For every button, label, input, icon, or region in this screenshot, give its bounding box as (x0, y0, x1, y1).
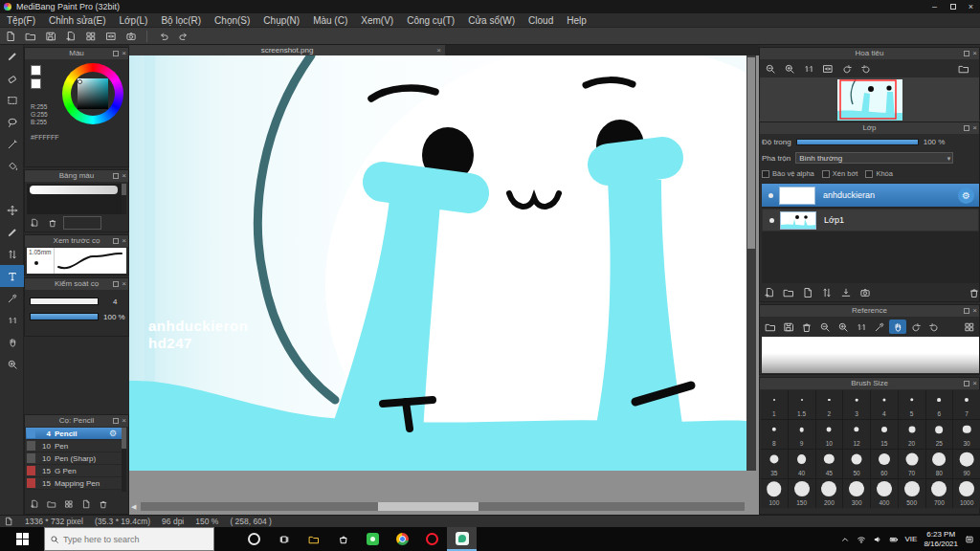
menu-item-1[interactable]: Chỉnh sửa(E) (42, 13, 113, 28)
color-saturation-square[interactable] (78, 78, 108, 109)
brush-size-400[interactable]: 400 (871, 479, 898, 508)
add-brush-icon[interactable] (27, 497, 42, 511)
palette-gradient-icon[interactable] (63, 216, 101, 230)
search-input[interactable] (63, 535, 197, 544)
undo-button[interactable] (153, 29, 173, 44)
chrome-button[interactable] (388, 527, 417, 551)
menu-item-0[interactable]: Tệp(F) (0, 13, 42, 28)
network-icon[interactable] (857, 535, 866, 544)
opera-button[interactable] (417, 527, 447, 551)
brush-size-70[interactable]: 70 (899, 450, 925, 478)
layer-row-lop1[interactable]: Lớp1 (762, 209, 979, 231)
brush-size-15[interactable]: 15 (871, 420, 898, 449)
delete-swatch-icon[interactable] (45, 216, 60, 230)
reset-view-icon[interactable] (955, 61, 972, 76)
merge-layer-icon[interactable] (838, 286, 854, 299)
redo-button[interactable] (173, 29, 193, 44)
minimize-button[interactable]: – (925, 0, 944, 13)
close-icon[interactable]: × (122, 170, 126, 182)
brush-size-100[interactable]: 100 (761, 479, 788, 508)
magic-wand-tool[interactable] (0, 133, 24, 155)
duplicate-layer-icon[interactable] (800, 286, 815, 299)
add-layer-icon[interactable] (762, 286, 777, 299)
brush-size-10[interactable]: 10 (816, 420, 843, 449)
add-swatch-icon[interactable] (27, 216, 42, 230)
popout-icon[interactable] (113, 238, 119, 244)
close-icon[interactable]: × (122, 278, 126, 290)
brush-item-pen-sharp[interactable]: 10 Pen (Sharp) (26, 452, 122, 465)
tray-expand-button[interactable] (840, 535, 850, 544)
brush-size-500[interactable]: 500 (899, 479, 925, 508)
add-brush-folder-icon[interactable] (44, 497, 59, 511)
brush-tool[interactable] (0, 45, 24, 67)
layer-visibility-icon[interactable] (769, 218, 774, 223)
brush-size-35[interactable]: 35 (761, 450, 788, 478)
save-reference-icon[interactable] (780, 320, 797, 334)
brush-size-6[interactable]: 6 (926, 390, 953, 419)
close-icon[interactable]: × (972, 305, 977, 317)
grid-view-button[interactable] (80, 29, 100, 44)
brush-size-60[interactable]: 60 (871, 450, 898, 478)
taskbar-search[interactable] (44, 527, 214, 551)
rotate-right-icon[interactable] (925, 320, 943, 334)
canvas-horizontal-scrollbar[interactable] (141, 502, 745, 511)
move-tool[interactable] (0, 199, 24, 221)
brush-size-150[interactable]: 150 (789, 479, 815, 508)
popout-icon[interactable] (113, 281, 119, 287)
rotate-left-icon[interactable] (838, 61, 856, 76)
fill-bucket-tool[interactable] (0, 155, 24, 177)
reference-viewport[interactable] (762, 337, 979, 373)
eraser-tool[interactable] (0, 67, 24, 89)
brush-size-45[interactable]: 45 (816, 450, 843, 478)
file-explorer-button[interactable] (299, 527, 328, 551)
tab-close-icon[interactable]: × (436, 45, 441, 55)
open-reference-icon[interactable] (762, 320, 779, 334)
zoom-in-icon[interactable] (781, 61, 798, 76)
reference-settings-icon[interactable] (961, 320, 978, 334)
brush-item-g-pen[interactable]: 15 G Pen (26, 465, 122, 477)
brush-size-1000[interactable]: 1000 (953, 479, 980, 508)
popout-icon[interactable] (113, 173, 119, 179)
menu-item-10[interactable]: Cloud (522, 13, 560, 28)
menu-item-4[interactable]: Chọn(S) (208, 13, 256, 28)
layer-visibility-icon[interactable] (768, 193, 773, 198)
palette-swatch-area[interactable] (27, 184, 122, 214)
delete-layer-icon[interactable] (967, 286, 980, 299)
menu-item-6[interactable]: Màu (C) (306, 13, 354, 28)
brush-size-80[interactable]: 80 (926, 450, 953, 478)
close-button[interactable]: × (962, 0, 980, 13)
actual-size-icon[interactable] (800, 61, 817, 76)
menu-item-11[interactable]: Help (560, 13, 593, 28)
brush-settings-icon[interactable] (78, 497, 94, 511)
zoom-tool[interactable] (0, 353, 24, 375)
brush-size-1[interactable]: 1 (761, 390, 788, 419)
snap-button[interactable] (100, 29, 121, 44)
brush-size-200[interactable]: 200 (816, 479, 843, 508)
menu-item-7[interactable]: Xem(V) (354, 13, 400, 28)
palette-scrollbar[interactable] (122, 184, 126, 214)
actual-size-icon[interactable] (853, 320, 870, 334)
fit-screen-icon[interactable] (819, 61, 836, 76)
popout-icon[interactable] (113, 51, 119, 56)
divide-tool[interactable] (0, 243, 24, 265)
brush-size-4[interactable]: 4 (871, 390, 898, 419)
delete-brush-icon[interactable] (96, 497, 111, 511)
brush-size-40[interactable]: 40 (789, 450, 815, 478)
taskbar-clock[interactable]: 6:23 PM 8/16/2021 (924, 530, 958, 549)
open-file-button[interactable] (20, 29, 40, 44)
canvas-vertical-scrollbar[interactable] (746, 55, 756, 471)
clipping-checkbox[interactable]: Xén bớt (822, 169, 858, 178)
brush-size-90[interactable]: 90 (953, 450, 980, 478)
select-pen-tool[interactable] (0, 221, 24, 243)
brush-opacity-slider[interactable] (30, 313, 99, 320)
protect-alpha-checkbox[interactable]: Bảo vệ alpha (762, 169, 814, 178)
popout-icon[interactable] (964, 125, 969, 131)
menu-item-9[interactable]: Cửa sổ(W) (461, 13, 522, 28)
rotate-right-icon[interactable] (858, 61, 875, 76)
new-file-button[interactable] (0, 29, 20, 44)
clear-reference-icon[interactable] (798, 320, 815, 334)
brush-item-pencil[interactable]: 4 Pencil ⚙ (26, 428, 122, 440)
layer-row-anhduckieran[interactable]: anhduckieran ⚙ (762, 184, 979, 207)
camera-button[interactable] (121, 29, 141, 44)
navigator-preview[interactable] (760, 77, 979, 122)
